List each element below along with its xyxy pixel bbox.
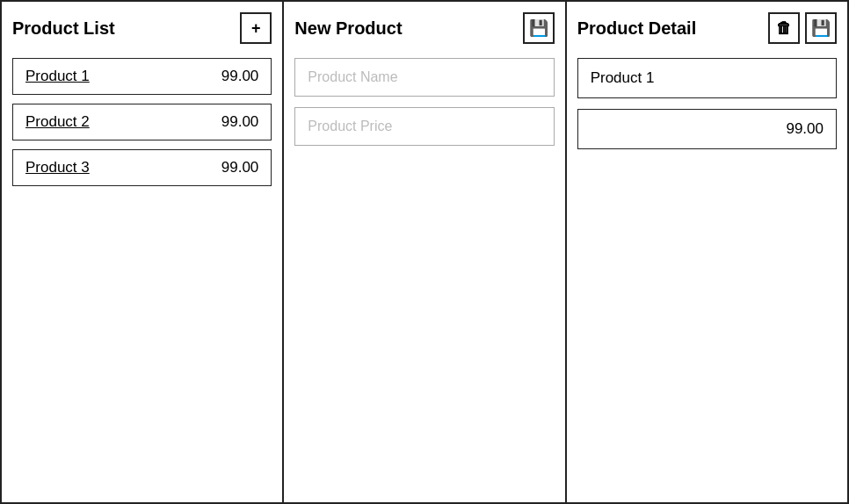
detail-product-name-input[interactable] <box>577 58 837 98</box>
delete-icon: 🗑 <box>776 19 792 38</box>
list-item[interactable]: Product 2 99.00 <box>12 104 272 140</box>
save-new-product-button[interactable]: 💾 <box>523 12 555 44</box>
app-container: Product List + Product 1 99.00 Product 2… <box>0 0 849 504</box>
save-icon: 💾 <box>811 18 831 38</box>
product-price: 99.00 <box>221 68 259 85</box>
list-item[interactable]: Product 3 99.00 <box>12 149 272 186</box>
save-icon: 💾 <box>529 18 548 38</box>
delete-product-button[interactable]: 🗑 <box>768 12 800 44</box>
new-product-name-input[interactable] <box>294 58 554 97</box>
product-price: 99.00 <box>221 159 259 176</box>
product-name: Product 2 <box>25 113 90 131</box>
product-detail-header: Product Detail 🗑 💾 <box>577 12 837 44</box>
detail-product-price-input[interactable] <box>577 109 837 149</box>
new-product-price-input[interactable] <box>294 107 554 146</box>
new-product-panel: New Product 💾 <box>284 2 566 502</box>
new-product-title: New Product <box>294 18 402 39</box>
new-product-header: New Product 💾 <box>294 12 554 44</box>
product-detail-title: Product Detail <box>577 18 697 39</box>
product-name: Product 1 <box>25 68 90 85</box>
plus-icon: + <box>251 19 261 38</box>
product-price: 99.00 <box>221 113 259 131</box>
product-name: Product 3 <box>25 159 90 176</box>
save-product-button[interactable]: 💾 <box>805 12 837 44</box>
product-list-header: Product List + <box>12 12 272 44</box>
list-item[interactable]: Product 1 99.00 <box>12 58 272 95</box>
product-detail-panel: Product Detail 🗑 💾 <box>567 2 847 502</box>
add-product-button[interactable]: + <box>240 12 272 44</box>
detail-action-buttons: 🗑 💾 <box>768 12 837 44</box>
product-list-panel: Product List + Product 1 99.00 Product 2… <box>2 2 284 502</box>
product-list-title: Product List <box>12 18 115 39</box>
